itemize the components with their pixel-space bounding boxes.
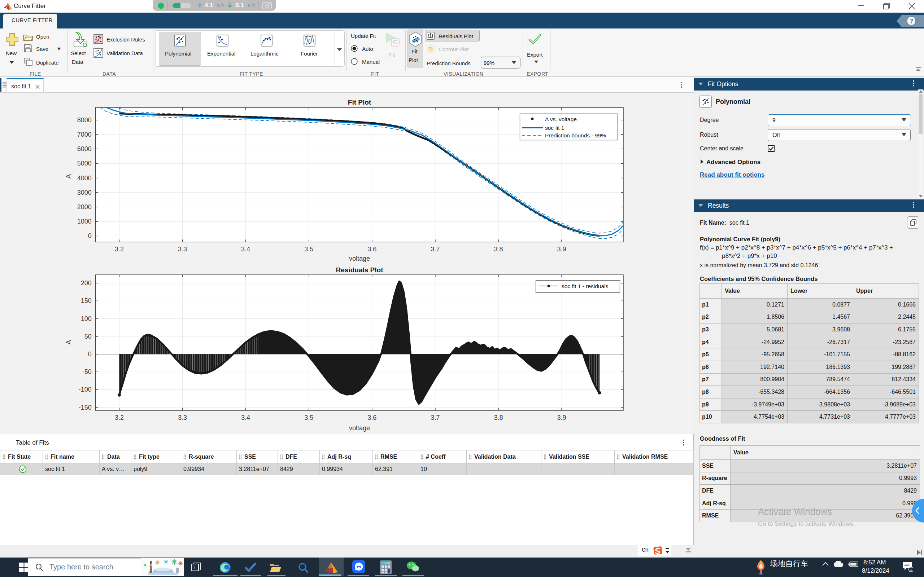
svg-text:2000: 2000 [77, 203, 92, 211]
svg-text:Prediction bounds - 99%: Prediction bounds - 99% [545, 132, 606, 139]
svg-text:1000: 1000 [77, 218, 92, 225]
svg-text:3.4: 3.4 [241, 246, 250, 253]
svg-text:7000: 7000 [77, 131, 92, 138]
svg-text:5000: 5000 [77, 160, 92, 167]
svg-text:Fit Plot: Fit Plot [348, 98, 372, 106]
svg-text:3.6: 3.6 [367, 246, 376, 253]
svg-text:3.5: 3.5 [304, 414, 313, 421]
svg-text:3.9: 3.9 [557, 246, 566, 253]
svg-text:100: 100 [81, 315, 92, 322]
svg-text:0: 0 [88, 351, 92, 358]
svg-text:A: A [65, 174, 72, 179]
svg-text:3.3: 3.3 [178, 414, 187, 421]
svg-text:3.7: 3.7 [431, 246, 439, 253]
svg-text:-50: -50 [82, 368, 92, 376]
svg-text:-100: -100 [79, 386, 92, 393]
svg-text:soc fit 1: soc fit 1 [545, 125, 564, 131]
svg-text:A: A [65, 340, 72, 344]
svg-text:3000: 3000 [77, 189, 92, 196]
svg-text:3.8: 3.8 [494, 414, 503, 421]
svg-text:8000: 8000 [77, 116, 92, 124]
svg-text:1: 1 [910, 568, 912, 572]
svg-text:?: ? [909, 17, 913, 25]
svg-text:3.6: 3.6 [367, 414, 376, 421]
svg-text:4000: 4000 [77, 174, 92, 182]
svg-text:3.4: 3.4 [241, 414, 250, 421]
svg-text:voltage: voltage [349, 255, 370, 262]
svg-text:soc fit 1 - residuals: soc fit 1 - residuals [562, 283, 608, 289]
svg-text:200: 200 [81, 279, 92, 287]
svg-text:Residuals Plot: Residuals Plot [336, 266, 384, 274]
svg-text:voltage: voltage [349, 424, 370, 432]
svg-text:0: 0 [88, 232, 92, 239]
svg-text:3.7: 3.7 [431, 414, 439, 421]
svg-text:3.3: 3.3 [178, 246, 187, 253]
svg-text:3.2: 3.2 [115, 246, 124, 253]
svg-text:3.9: 3.9 [557, 414, 566, 421]
svg-text:-150: -150 [79, 404, 92, 411]
svg-text:3.8: 3.8 [494, 246, 503, 253]
svg-text:A vs. voltage: A vs. voltage [545, 116, 577, 122]
svg-text:50: 50 [84, 333, 92, 340]
svg-text:3.2: 3.2 [115, 414, 124, 421]
svg-text:150: 150 [81, 297, 92, 305]
svg-text:6000: 6000 [77, 145, 92, 153]
svg-text:3.5: 3.5 [304, 246, 313, 253]
